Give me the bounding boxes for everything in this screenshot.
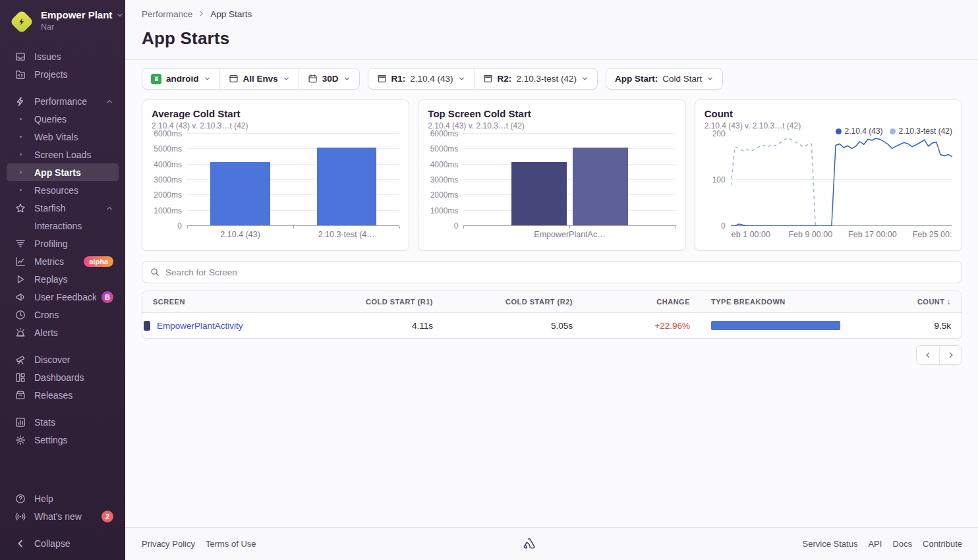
sidebar-item-settings[interactable]: Settings — [7, 431, 119, 449]
breadcrumb-performance[interactable]: Performance — [142, 9, 192, 19]
sidebar-item-label: User Feedback — [34, 292, 96, 302]
release2-prefix: R2: — [498, 74, 512, 84]
sidebar-item-starfish[interactable]: Starfish — [7, 199, 119, 217]
sidebar-item-label: What's new — [34, 511, 96, 522]
column-header-cold-start-r1[interactable]: COLD START (R1) — [340, 298, 444, 306]
chart-title: Top Screen Cold Start — [428, 108, 676, 119]
y-axis-tick: 0 — [721, 221, 726, 231]
page-title: App Starts — [142, 28, 962, 49]
column-header-count[interactable]: COUNT↓ — [852, 297, 962, 306]
column-header-type-breakdown[interactable]: TYPE BREAKDOWN — [701, 298, 852, 306]
legend-dot-icon — [890, 128, 896, 134]
footer-link-terms-of-use[interactable]: Terms of Use — [206, 539, 256, 549]
chevron-up-icon — [105, 204, 113, 212]
breadcrumb-separator-icon — [198, 9, 205, 19]
project-filter[interactable]: android — [142, 69, 219, 89]
release-filter-group: R1: 2.10.4 (43) R2: 2.10.3-test (42) — [368, 68, 598, 90]
sidebar-item-web-vitals[interactable]: Web Vitals — [7, 128, 119, 146]
sidebar-item-performance[interactable]: Performance — [7, 92, 119, 110]
bar-plot — [463, 134, 676, 226]
x-axis-labels: EmpowerPlantAc… — [463, 226, 676, 242]
release2-value: 2.10.3-test (42) — [516, 74, 577, 84]
footer-link-privacy-policy[interactable]: Privacy Policy — [142, 539, 195, 549]
release1-prefix: R1: — [391, 74, 406, 84]
column-header-screen[interactable]: SCREEN — [142, 298, 340, 306]
legend-item-2-10-4-43[interactable]: 2.10.4 (43) — [836, 126, 883, 136]
bar-plot — [187, 134, 399, 226]
sidebar-item-alerts[interactable]: Alerts — [7, 323, 119, 341]
calendar-icon — [308, 74, 318, 84]
environment-filter-label: All Envs — [243, 74, 278, 84]
app-start-type-filter[interactable]: App Start: Cold Start — [606, 69, 722, 89]
footer-right-links: Service StatusAPIDocsContribute — [803, 539, 962, 549]
search-input[interactable] — [165, 267, 954, 277]
sidebar-item-app-starts[interactable]: App Starts — [7, 163, 119, 181]
sidebar-item-help[interactable]: Help — [7, 490, 119, 507]
sidebar-item-discover[interactable]: Discover — [7, 350, 119, 368]
x-axis-label: Feb 25 00:0 — [913, 230, 952, 239]
sidebar-item-metrics[interactable]: Metricsalpha — [7, 252, 119, 270]
replays-icon — [14, 273, 26, 285]
sidebar-item-profiling[interactable]: Profiling — [7, 235, 119, 252]
pagination-next-button[interactable] — [939, 346, 962, 364]
table-row: EmpowerPlantActivity4.11s5.05s+22.96%9.5… — [142, 313, 962, 338]
charts-row: Average Cold Start2.10.4 (43) v. 2.10.3…… — [142, 99, 962, 251]
y-axis: 0100200 — [705, 134, 731, 226]
sidebar-item-interactions[interactable]: Interactions — [7, 217, 119, 235]
sidebar-item-projects[interactable]: Projects — [7, 65, 119, 83]
legend-item-2-10-3-test-42[interactable]: 2.10.3-test (42) — [890, 126, 952, 136]
legend-label: 2.10.4 (43) — [845, 126, 883, 136]
sidebar-item-releases[interactable]: Releases — [7, 386, 119, 404]
breadcrumb-app-starts: App Starts — [210, 9, 252, 19]
sidebar-item-label: App Starts — [34, 167, 113, 178]
sidebar-item-issues[interactable]: Issues — [7, 47, 119, 65]
y-axis-tick: 6000ms — [154, 129, 182, 138]
gridline — [463, 179, 676, 180]
gridline — [463, 164, 676, 165]
footer-link-api[interactable]: API — [868, 539, 882, 549]
x-axis-label: EmpowerPlantAc… — [534, 230, 605, 239]
sidebar-item-label: Profiling — [34, 238, 113, 249]
sentry-logo-icon — [256, 537, 803, 551]
sidebar-item-what-s-new[interactable]: What's new2 — [7, 507, 119, 525]
sidebar-item-dashboards[interactable]: Dashboards — [7, 368, 119, 386]
sidebar-item-stats[interactable]: Stats — [7, 413, 119, 431]
sidebar-item-crons[interactable]: Crons — [7, 306, 119, 323]
y-axis-tick: 4000ms — [430, 160, 459, 169]
screen-type-icon — [144, 321, 150, 331]
beta-badge: B — [101, 291, 113, 303]
x-axis-labels: Feb 1 00:00Feb 9 00:00Feb 17 00:00Feb 25… — [731, 226, 952, 242]
chevron-down-icon — [116, 11, 124, 19]
release-box-icon — [483, 74, 493, 84]
sidebar-item-screen-loads[interactable]: Screen Loads — [7, 146, 119, 163]
sidebar-item-replays[interactable]: Replays — [7, 270, 119, 288]
environment-filter[interactable]: All Envs — [219, 69, 299, 89]
release1-filter[interactable]: R1: 2.10.4 (43) — [368, 69, 474, 89]
sidebar-item-label: Web Vitals — [34, 132, 113, 142]
metrics-icon — [14, 256, 26, 267]
star-icon — [14, 202, 26, 214]
org-logo — [10, 10, 34, 34]
sidebar-item-resources[interactable]: Resources — [7, 181, 119, 199]
sidebar-item-collapse[interactable]: Collapse — [7, 534, 119, 552]
chart-panel-average-cold-start: Average Cold Start2.10.4 (43) v. 2.10.3…… — [142, 99, 409, 251]
pagination-prev-button[interactable] — [917, 346, 939, 364]
column-header-cold-start-r2[interactable]: COLD START (R2) — [444, 298, 583, 306]
org-switcher[interactable]: Empower Plant Nar — [0, 0, 125, 38]
chevron-down-icon — [343, 75, 351, 82]
footer-link-contribute[interactable]: Contribute — [923, 539, 962, 549]
footer-link-docs[interactable]: Docs — [892, 539, 912, 549]
sidebar-item-label: Collapse — [34, 538, 113, 549]
date-filter-label: 30D — [322, 74, 339, 84]
sidebar-item-queries[interactable]: Queries — [7, 110, 119, 128]
release2-filter[interactable]: R2: 2.10.3-test (42) — [474, 69, 597, 89]
org-subtitle: Nar — [41, 22, 124, 32]
x-axis-label: Feb 1 00:00 — [731, 230, 770, 239]
y-axis-tick: 3000ms — [154, 175, 182, 184]
footer-link-service-status[interactable]: Service Status — [803, 539, 858, 549]
screen-link[interactable]: EmpowerPlantActivity — [157, 321, 243, 331]
column-header-change[interactable]: CHANGE — [583, 298, 701, 306]
releases-icon — [14, 389, 26, 401]
sidebar-item-user-feedback[interactable]: User FeedbackB — [7, 288, 119, 306]
date-filter[interactable]: 30D — [299, 69, 359, 89]
